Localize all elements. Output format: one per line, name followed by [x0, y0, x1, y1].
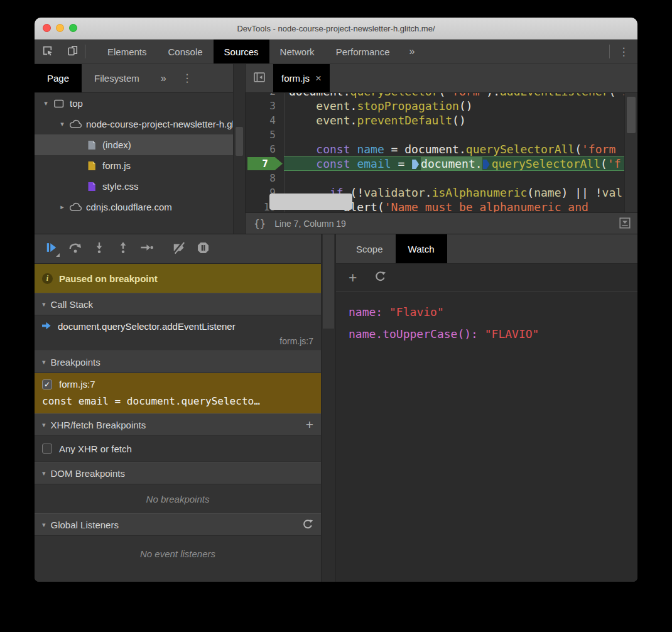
tab-filesystem[interactable]: Filesystem — [82, 64, 152, 92]
step-into-icon — [93, 241, 106, 256]
code-line-8[interactable]: 8 — [246, 171, 637, 185]
more-panels-button[interactable]: » — [401, 40, 424, 63]
code-line-5[interactable]: 5 — [246, 128, 637, 142]
chevron-down-icon: ▾ — [42, 421, 46, 429]
step-over-button[interactable] — [63, 234, 87, 263]
inline-breakpoint-marker[interactable] — [412, 160, 419, 169]
token-pl: () — [452, 114, 466, 127]
add-xhr-breakpoint-button[interactable]: + — [306, 417, 313, 432]
step-button[interactable] — [135, 234, 159, 263]
refresh-watch-button[interactable] — [374, 271, 386, 285]
tree-item-style-css[interactable]: style.css — [35, 176, 245, 197]
resume-script-button[interactable] — [40, 234, 63, 263]
add-watch-expression-button[interactable]: + — [349, 271, 357, 285]
watch-expression[interactable]: name: "Flavio" — [349, 301, 637, 323]
code-line-content[interactable]: const name = document.querySelectorAll('… — [284, 142, 637, 156]
any-xhr-checkbox[interactable] — [42, 444, 52, 454]
toolbar-spacer — [423, 40, 609, 63]
code-line-content[interactable]: event.stopPropagation() — [284, 99, 637, 113]
deactivate-breakpoints-icon — [172, 241, 186, 257]
pause-on-exceptions-button[interactable] — [191, 234, 215, 263]
tab-performance[interactable]: Performance — [325, 40, 401, 63]
section-dom-breakpoints[interactable]: ▾ DOM Breakpoints — [35, 462, 321, 484]
section-call-stack[interactable]: ▾ Call Stack — [35, 293, 321, 315]
chevron-right-icon[interactable]: ▸ — [57, 203, 67, 211]
editor-scrollbar-thumb[interactable] — [627, 97, 636, 133]
token-pl: () — [459, 99, 473, 112]
line-number-8[interactable]: 8 — [246, 171, 284, 185]
chevron-down-icon[interactable]: ▾ — [41, 99, 51, 107]
code-editor[interactable]: 2document.querySelector('form').addEvent… — [246, 93, 637, 212]
devtools-menu-button[interactable]: ⋮ — [610, 40, 637, 63]
inline-breakpoint-marker-selected[interactable] — [483, 160, 490, 169]
tab-sources[interactable]: Sources — [214, 40, 269, 63]
watch-expression-list: name: "Flavio"name.toUpperCase(): "FLAVI… — [336, 292, 637, 345]
editor-pane: form.js × 2document.querySelector('form'… — [246, 64, 637, 234]
watch-expression[interactable]: name.toUpperCase(): "FLAVIO" — [349, 323, 637, 345]
code-line-2[interactable]: 2document.querySelector('form').addEvent… — [246, 93, 637, 99]
tab-elements[interactable]: Elements — [97, 40, 158, 63]
navigator-scrollbar-thumb[interactable] — [236, 127, 243, 156]
navigator-scrollbar[interactable] — [233, 64, 245, 234]
chevron-down-icon[interactable]: ▾ — [57, 120, 67, 128]
more-navigator-tabs-button[interactable]: » — [152, 64, 175, 92]
code-line-7[interactable]: 7 const email = document.querySelectorAl… — [246, 156, 637, 171]
xhr-option-label: Any XHR or fetch — [59, 444, 132, 454]
traffic-lights — [43, 24, 77, 32]
xhr-breakpoint-option[interactable]: Any XHR or fetch — [35, 436, 321, 462]
call-stack-frame[interactable]: document.querySelector.addEventListenerf… — [35, 315, 321, 351]
deactivate-breakpoints-button[interactable] — [167, 234, 191, 263]
zoom-window-button[interactable] — [69, 24, 77, 32]
token-fn: addEventListener — [500, 93, 609, 98]
section-global-listeners[interactable]: ▾ Global Listeners — [35, 513, 321, 536]
code-line-6[interactable]: 6 const name = document.querySelectorAll… — [246, 142, 637, 156]
line-number-2[interactable]: 2 — [246, 93, 284, 99]
tab-page[interactable]: Page — [35, 64, 82, 92]
minimize-window-button[interactable] — [56, 24, 64, 32]
line-number-6[interactable]: 6 — [246, 142, 284, 156]
debugger-sidebar-scrollbar-thumb[interactable] — [323, 234, 334, 329]
breakpoint-entry[interactable]: ✓form.js:7const email = document.querySe… — [35, 373, 321, 413]
code-line-content[interactable]: const email = document.querySelectorAll(… — [284, 156, 637, 171]
section-breakpoints[interactable]: ▾ Breakpoints — [35, 351, 321, 373]
token-pl — [289, 99, 316, 112]
close-window-button[interactable] — [43, 24, 51, 32]
code-line-content[interactable] — [284, 171, 637, 185]
tree-item-top[interactable]: ▾top — [35, 93, 245, 114]
frame-function-row: document.querySelector.addEventListener — [42, 321, 313, 332]
navigator-menu-button[interactable]: ⋮ — [175, 64, 199, 92]
dock-preview-icon[interactable] — [619, 217, 631, 231]
tab-console[interactable]: Console — [158, 40, 214, 63]
tab-watch[interactable]: Watch — [396, 234, 447, 263]
line-number-3[interactable]: 3 — [246, 99, 284, 113]
tab-network[interactable]: Network — [269, 40, 325, 63]
tab-scope[interactable]: Scope — [344, 234, 396, 263]
tree-item-node-course-project-newsletter-h-glitch-me[interactable]: ▾node-course-project-newsletter-h.glitch… — [35, 114, 245, 134]
section-xhr-breakpoints[interactable]: ▾ XHR/fetch Breakpoints + — [35, 413, 321, 436]
tree-item--index-[interactable]: (index) — [35, 134, 245, 155]
pretty-print-button[interactable]: {} — [254, 217, 266, 229]
step-out-button[interactable] — [111, 234, 135, 263]
line-number-5[interactable]: 5 — [246, 128, 284, 142]
debugger-sidebar-scrollbar[interactable] — [321, 234, 336, 582]
code-line-content[interactable] — [284, 128, 637, 142]
token-kw: const — [316, 157, 350, 170]
code-line-content[interactable]: document.querySelector('form').addEventL… — [284, 93, 637, 99]
code-line-4[interactable]: 4 event.preventDefault() — [246, 113, 637, 128]
editor-tabbar: form.js × — [246, 64, 637, 93]
editor-scrollbar[interactable] — [624, 93, 637, 212]
step-into-button[interactable] — [87, 234, 111, 263]
tree-item-form-js[interactable]: form.js — [35, 155, 245, 176]
inspect-element-button[interactable] — [35, 40, 60, 63]
tree-item-cdnjs-cloudflare-com[interactable]: ▸cdnjs.cloudflare.com — [35, 197, 245, 217]
line-number-4[interactable]: 4 — [246, 113, 284, 128]
toggle-device-toolbar-button[interactable] — [60, 40, 85, 63]
breakpoint-checkbox[interactable]: ✓ — [42, 379, 52, 390]
line-number-7[interactable]: 7 — [246, 156, 284, 171]
code-line-3[interactable]: 3 event.stopPropagation() — [246, 99, 637, 113]
refresh-global-listeners-button[interactable] — [302, 519, 313, 530]
close-tab-icon[interactable]: × — [315, 73, 322, 84]
collapse-navigator-button[interactable] — [246, 64, 273, 92]
editor-tab-formjs[interactable]: form.js × — [273, 64, 330, 92]
code-line-content[interactable]: event.preventDefault() — [284, 113, 637, 128]
